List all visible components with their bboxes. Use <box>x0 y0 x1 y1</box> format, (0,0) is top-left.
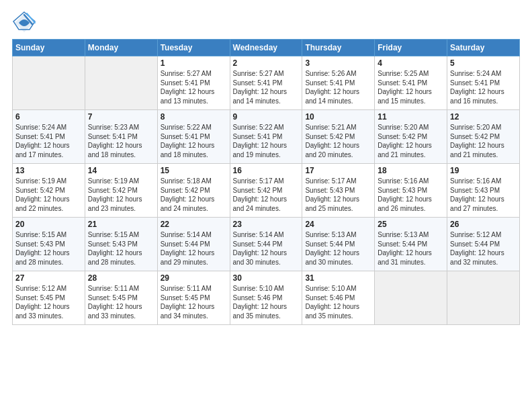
calendar-cell: 23Sunrise: 5:14 AMSunset: 5:44 PMDayligh… <box>230 218 302 271</box>
weekday-header-saturday: Saturday <box>447 40 520 56</box>
calendar-cell: 3Sunrise: 5:26 AMSunset: 5:41 PMDaylight… <box>302 56 375 110</box>
calendar-cell: 11Sunrise: 5:20 AMSunset: 5:42 PMDayligh… <box>375 110 447 164</box>
day-number: 30 <box>233 273 300 283</box>
day-number: 9 <box>233 112 300 122</box>
day-number: 27 <box>15 273 82 283</box>
calendar-cell: 19Sunrise: 5:16 AMSunset: 5:43 PMDayligh… <box>447 164 520 218</box>
day-number: 21 <box>88 220 154 229</box>
day-info: Sunrise: 5:27 AMSunset: 5:41 PMDaylight:… <box>161 69 227 105</box>
logo <box>12 11 39 35</box>
day-number: 17 <box>305 166 371 175</box>
week-row-4: 20Sunrise: 5:15 AMSunset: 5:43 PMDayligh… <box>13 218 520 271</box>
calendar-cell: 14Sunrise: 5:19 AMSunset: 5:42 PMDayligh… <box>85 164 157 218</box>
day-number: 29 <box>161 273 227 283</box>
calendar-cell: 10Sunrise: 5:21 AMSunset: 5:42 PMDayligh… <box>302 110 375 164</box>
day-number: 15 <box>161 166 227 175</box>
weekday-header-monday: Monday <box>85 40 157 56</box>
calendar-cell: 16Sunrise: 5:17 AMSunset: 5:42 PMDayligh… <box>230 164 302 218</box>
page: SundayMondayTuesdayWednesdayThursdayFrid… <box>0 0 532 411</box>
calendar-cell: 17Sunrise: 5:17 AMSunset: 5:43 PMDayligh… <box>302 164 375 218</box>
calendar-cell <box>85 56 157 110</box>
day-number: 11 <box>378 112 444 122</box>
day-number: 25 <box>378 220 444 229</box>
day-info: Sunrise: 5:12 AMSunset: 5:44 PMDaylight:… <box>450 230 517 267</box>
weekday-header-sunday: Sunday <box>13 40 85 56</box>
day-info: Sunrise: 5:24 AMSunset: 5:41 PMDaylight:… <box>450 69 517 105</box>
calendar-cell: 5Sunrise: 5:24 AMSunset: 5:41 PMDaylight… <box>447 56 520 110</box>
day-info: Sunrise: 5:22 AMSunset: 5:41 PMDaylight:… <box>233 123 300 159</box>
weekday-header-row: SundayMondayTuesdayWednesdayThursdayFrid… <box>13 40 520 56</box>
day-info: Sunrise: 5:14 AMSunset: 5:44 PMDaylight:… <box>233 230 300 267</box>
day-info: Sunrise: 5:15 AMSunset: 5:43 PMDaylight:… <box>88 230 154 267</box>
day-info: Sunrise: 5:15 AMSunset: 5:43 PMDaylight:… <box>15 230 82 267</box>
calendar-cell: 2Sunrise: 5:27 AMSunset: 5:41 PMDaylight… <box>230 56 302 110</box>
calendar-cell: 18Sunrise: 5:16 AMSunset: 5:43 PMDayligh… <box>375 164 447 218</box>
week-row-5: 27Sunrise: 5:12 AMSunset: 5:45 PMDayligh… <box>13 271 520 325</box>
day-info: Sunrise: 5:10 AMSunset: 5:46 PMDaylight:… <box>233 284 300 320</box>
calendar-cell: 21Sunrise: 5:15 AMSunset: 5:43 PMDayligh… <box>85 218 157 271</box>
day-info: Sunrise: 5:21 AMSunset: 5:42 PMDaylight:… <box>305 123 371 159</box>
calendar-cell: 12Sunrise: 5:20 AMSunset: 5:42 PMDayligh… <box>447 110 520 164</box>
day-number: 6 <box>15 112 82 122</box>
day-info: Sunrise: 5:22 AMSunset: 5:41 PMDaylight:… <box>161 123 227 159</box>
day-info: Sunrise: 5:25 AMSunset: 5:41 PMDaylight:… <box>378 69 444 105</box>
calendar-cell: 22Sunrise: 5:14 AMSunset: 5:44 PMDayligh… <box>157 218 230 271</box>
calendar-cell: 9Sunrise: 5:22 AMSunset: 5:41 PMDaylight… <box>230 110 302 164</box>
day-number: 8 <box>161 112 227 122</box>
calendar-cell: 4Sunrise: 5:25 AMSunset: 5:41 PMDaylight… <box>375 56 447 110</box>
weekday-header-wednesday: Wednesday <box>230 40 302 56</box>
day-number: 2 <box>233 58 300 68</box>
week-row-1: 1Sunrise: 5:27 AMSunset: 5:41 PMDaylight… <box>13 56 520 110</box>
day-number: 26 <box>450 220 517 229</box>
day-info: Sunrise: 5:19 AMSunset: 5:42 PMDaylight:… <box>88 177 154 213</box>
day-number: 12 <box>450 112 517 122</box>
day-number: 20 <box>15 220 82 229</box>
calendar-cell: 7Sunrise: 5:23 AMSunset: 5:41 PMDaylight… <box>85 110 157 164</box>
day-info: Sunrise: 5:20 AMSunset: 5:42 PMDaylight:… <box>378 123 444 159</box>
day-number: 10 <box>305 112 371 122</box>
weekday-header-thursday: Thursday <box>302 40 375 56</box>
day-info: Sunrise: 5:27 AMSunset: 5:41 PMDaylight:… <box>233 69 300 105</box>
day-info: Sunrise: 5:17 AMSunset: 5:43 PMDaylight:… <box>305 177 371 213</box>
week-row-3: 13Sunrise: 5:19 AMSunset: 5:42 PMDayligh… <box>13 164 520 218</box>
day-info: Sunrise: 5:16 AMSunset: 5:43 PMDaylight:… <box>450 177 517 213</box>
day-info: Sunrise: 5:24 AMSunset: 5:41 PMDaylight:… <box>15 123 82 159</box>
day-info: Sunrise: 5:16 AMSunset: 5:43 PMDaylight:… <box>378 177 444 213</box>
calendar-cell: 27Sunrise: 5:12 AMSunset: 5:45 PMDayligh… <box>13 271 85 325</box>
day-number: 18 <box>378 166 444 175</box>
calendar-cell <box>13 56 85 110</box>
calendar-cell: 20Sunrise: 5:15 AMSunset: 5:43 PMDayligh… <box>13 218 85 271</box>
day-number: 19 <box>450 166 517 175</box>
calendar-cell: 30Sunrise: 5:10 AMSunset: 5:46 PMDayligh… <box>230 271 302 325</box>
day-info: Sunrise: 5:12 AMSunset: 5:45 PMDaylight:… <box>15 284 82 320</box>
header <box>12 7 520 35</box>
day-info: Sunrise: 5:23 AMSunset: 5:41 PMDaylight:… <box>88 123 154 159</box>
calendar-cell: 8Sunrise: 5:22 AMSunset: 5:41 PMDaylight… <box>157 110 230 164</box>
day-info: Sunrise: 5:18 AMSunset: 5:42 PMDaylight:… <box>161 177 227 213</box>
day-number: 16 <box>233 166 300 175</box>
day-info: Sunrise: 5:11 AMSunset: 5:45 PMDaylight:… <box>88 284 154 320</box>
day-number: 13 <box>15 166 82 175</box>
day-info: Sunrise: 5:17 AMSunset: 5:42 PMDaylight:… <box>233 177 300 213</box>
calendar-cell: 28Sunrise: 5:11 AMSunset: 5:45 PMDayligh… <box>85 271 157 325</box>
day-number: 23 <box>233 220 300 229</box>
day-number: 14 <box>88 166 154 175</box>
week-row-2: 6Sunrise: 5:24 AMSunset: 5:41 PMDaylight… <box>13 110 520 164</box>
calendar-cell: 1Sunrise: 5:27 AMSunset: 5:41 PMDaylight… <box>157 56 230 110</box>
day-info: Sunrise: 5:11 AMSunset: 5:45 PMDaylight:… <box>161 284 227 320</box>
calendar-cell: 6Sunrise: 5:24 AMSunset: 5:41 PMDaylight… <box>13 110 85 164</box>
day-number: 3 <box>305 58 371 68</box>
calendar-cell <box>447 271 520 325</box>
calendar-cell: 15Sunrise: 5:18 AMSunset: 5:42 PMDayligh… <box>157 164 230 218</box>
day-number: 5 <box>450 58 517 68</box>
day-number: 4 <box>378 58 444 68</box>
calendar-cell: 24Sunrise: 5:13 AMSunset: 5:44 PMDayligh… <box>302 218 375 271</box>
day-number: 7 <box>88 112 154 122</box>
day-number: 22 <box>161 220 227 229</box>
day-info: Sunrise: 5:19 AMSunset: 5:42 PMDaylight:… <box>15 177 82 213</box>
calendar-cell: 26Sunrise: 5:12 AMSunset: 5:44 PMDayligh… <box>447 218 520 271</box>
day-info: Sunrise: 5:13 AMSunset: 5:44 PMDaylight:… <box>378 230 444 267</box>
logo-icon <box>12 11 36 35</box>
day-info: Sunrise: 5:14 AMSunset: 5:44 PMDaylight:… <box>161 230 227 267</box>
weekday-header-friday: Friday <box>375 40 447 56</box>
